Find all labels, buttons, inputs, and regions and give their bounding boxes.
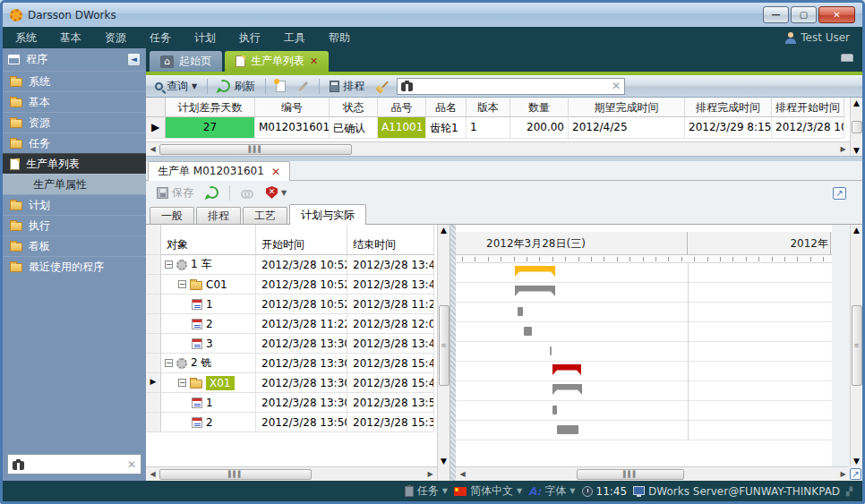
gantt-bar-8[interactable] [557, 425, 578, 434]
tree-row-3[interactable]: 22012/3/28 11:222012/3/28 12:00 [146, 314, 437, 334]
sidebar-item-3[interactable]: 任务 [3, 132, 146, 153]
query-button[interactable]: 查询 ▼ [151, 77, 201, 96]
tree-object-cell[interactable]: 2 [161, 413, 256, 432]
tab-close-icon[interactable]: ✕ [310, 56, 318, 67]
sidebar-item-4[interactable]: 生产单列表 [3, 153, 146, 174]
tree-row-7[interactable]: 12012/3/28 13:302012/3/28 13:50 [146, 393, 437, 413]
vscroll-thumb[interactable]: ≡ [439, 305, 450, 386]
subtab-3[interactable]: 计划与实际 [289, 204, 366, 225]
tree-row-6[interactable]: ▶−X012012/3/28 13:302012/3/28 15:40 [146, 373, 437, 393]
tree-start-cell[interactable]: 2012/3/28 11:22 [256, 314, 347, 334]
gantt-bar-7[interactable] [552, 406, 557, 414]
sidebar-item-2[interactable]: 资源 [3, 112, 146, 132]
tree-end-cell[interactable]: 2012/3/28 15:30 [347, 413, 434, 432]
cancel-confirm-button[interactable]: ✕ ▼ [262, 184, 290, 201]
scroll-right-icon[interactable]: ▶ [836, 145, 850, 153]
tab-0[interactable]: ⌂起始页 [150, 51, 222, 72]
sidebar-collapse-button[interactable]: ◄ [127, 53, 141, 66]
subtab-0[interactable]: 一般 [150, 207, 194, 225]
hscroll-thumb[interactable]: ▌▌▌ [577, 469, 684, 480]
grid-cell-3[interactable]: A11001 [378, 117, 426, 139]
scroll-up-icon[interactable]: ▲ [441, 226, 447, 235]
scroll-down-icon[interactable]: ▼ [853, 146, 860, 155]
gantt-row-1[interactable] [456, 283, 832, 303]
menu-item-0[interactable]: 系统 [15, 30, 37, 46]
sidebar-item-6[interactable]: 计划 [3, 194, 146, 215]
minimize-button[interactable]: — [763, 6, 789, 23]
flow-button[interactable] [237, 186, 257, 199]
detail-tab[interactable]: 生产单 M012031601 ✕ [148, 161, 290, 181]
toolbar-search-input[interactable] [417, 80, 607, 92]
grid-column-header-2[interactable]: 状态 [330, 98, 378, 117]
tree-row-selector[interactable] [146, 275, 161, 295]
expander-icon[interactable]: − [178, 280, 186, 288]
language-dropdown[interactable]: 简体中文 ▼ [454, 483, 522, 499]
schedule-button[interactable]: 排程 [326, 77, 368, 96]
toolbar-search-clear-icon[interactable]: ✕ [612, 81, 621, 91]
sidebar-item-5[interactable]: 生产单属性 [3, 174, 146, 194]
tree-end-cell[interactable]: 2012/3/28 13:40 [347, 275, 434, 295]
tree-object-cell[interactable]: −X01 [161, 373, 256, 393]
grid-column-header-0[interactable]: 计划差异天数 [166, 98, 255, 117]
expand-icon[interactable]: ↗ [850, 468, 861, 480]
tree-end-cell[interactable]: 2012/3/28 11:22 [347, 295, 434, 314]
close-button[interactable]: ✕ [818, 6, 855, 23]
gantt-row-0[interactable] [456, 263, 832, 283]
grid-column-header-5[interactable]: 版本 [467, 98, 510, 117]
pin-icon[interactable] [841, 54, 853, 62]
font-dropdown[interactable]: A: 字体 ▼ [528, 483, 575, 499]
grid-cell-9[interactable]: 2012/3/28 10:52 [772, 117, 844, 139]
menu-item-3[interactable]: 任务 [150, 30, 171, 46]
sidebar-item-7[interactable]: 执行 [3, 215, 146, 235]
detail-refresh-button[interactable] [202, 184, 222, 201]
grid-cell-6[interactable]: 200.00 [510, 117, 569, 139]
tree-end-cell[interactable]: 2012/3/28 13:40 [347, 334, 434, 354]
gantt-row-3[interactable] [456, 322, 832, 342]
tree-start-cell[interactable]: 2012/3/28 13:30 [256, 373, 347, 393]
gantt-bar-4[interactable] [550, 346, 552, 355]
tree-row-selector[interactable] [146, 334, 161, 354]
tree-row-selector[interactable] [146, 255, 161, 275]
tree-row-0[interactable]: −1 车2012/3/28 10:522012/3/28 13:40 [146, 255, 437, 275]
scroll-right-icon[interactable]: ▶ [424, 470, 437, 478]
menu-item-1[interactable]: 基本 [60, 30, 81, 46]
tree-start-cell[interactable]: 2012/3/28 13:30 [256, 393, 347, 413]
tree-column-header-2[interactable]: 结束时间 [347, 225, 434, 255]
tree-row-selector[interactable]: ▶ [146, 373, 161, 393]
scroll-up-icon[interactable]: ▲ [853, 226, 860, 235]
task-dropdown[interactable]: 任务 ▼ [405, 483, 448, 499]
grid-column-header-9[interactable]: 排程开始时间 [772, 98, 844, 117]
save-button[interactable]: 保存 [153, 184, 197, 202]
scroll-left-icon[interactable]: ◀ [456, 470, 469, 478]
expander-icon[interactable]: − [165, 261, 173, 269]
grid-cell-8[interactable]: 2012/3/29 8:15 [685, 117, 772, 139]
gantt-bar-2[interactable] [518, 307, 523, 316]
menu-item-4[interactable]: 计划 [194, 30, 216, 46]
new-button[interactable] [272, 79, 289, 94]
gantt-row-6[interactable] [456, 381, 832, 401]
vscroll-thumb[interactable]: ≡ [852, 305, 862, 386]
detail-tab-close-icon[interactable]: ✕ [271, 166, 280, 178]
sidebar-item-0[interactable]: 系统 [3, 71, 146, 91]
gantt-row-4[interactable] [456, 342, 832, 362]
tree-start-cell[interactable]: 2012/3/28 13:50 [256, 413, 347, 432]
subtab-1[interactable]: 排程 [196, 207, 241, 225]
tree-object-cell[interactable]: −C01 [161, 275, 256, 295]
grid-cell-5[interactable]: 1 [467, 117, 510, 139]
sidebar-item-9[interactable]: 最近使用的程序 [3, 256, 146, 277]
scroll-right-icon[interactable]: ▶ [836, 470, 850, 478]
tree-object-cell[interactable]: 3 [161, 334, 256, 354]
tree-start-cell[interactable]: 2012/3/28 10:52 [256, 255, 347, 275]
tree-row-2[interactable]: 12012/3/28 10:522012/3/28 11:22 [146, 295, 437, 314]
gantt-row-8[interactable] [456, 421, 832, 440]
tree-row-selector[interactable] [146, 295, 161, 314]
grid-column-header-1[interactable]: 编号 [255, 98, 330, 117]
tree-column-header-1[interactable]: 开始时间 [256, 225, 347, 255]
tree-end-cell[interactable]: 2012/3/28 15:40 [347, 354, 434, 373]
scroll-down-icon[interactable]: ▼ [853, 457, 860, 466]
grid-cell-0[interactable]: 27 [166, 117, 255, 139]
tree-end-cell[interactable]: 2012/3/28 13:50 [347, 393, 434, 413]
hscroll-thumb[interactable]: ▌▌▌ [159, 469, 312, 480]
grid-column-header-3[interactable]: 品号 [378, 98, 426, 117]
grid-column-header-8[interactable]: 排程完成时间 [685, 98, 772, 117]
